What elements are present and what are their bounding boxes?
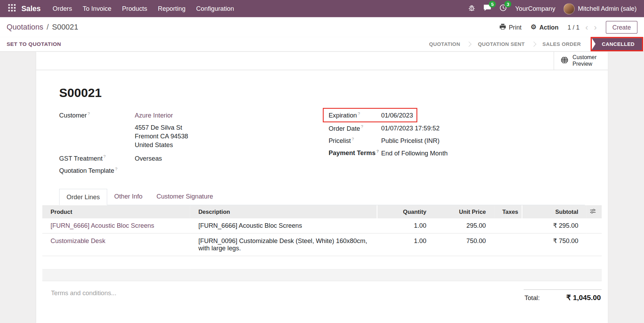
menu-to-invoice[interactable]: To Invoice	[77, 0, 117, 17]
customer-label: Customer?	[59, 111, 135, 119]
order-date-label: Order Date?	[328, 124, 381, 132]
app-name[interactable]: Sales	[21, 4, 41, 13]
control-panel: Quotations / S00021 Print ⚙ Action 1 / 1…	[0, 17, 644, 37]
product-link[interactable]: Customizable Desk	[50, 237, 105, 244]
stage-sales-order[interactable]: SALES ORDER	[536, 41, 587, 47]
printer-icon	[499, 23, 506, 31]
print-label: Print	[509, 24, 522, 31]
tab-other-info[interactable]: Other Info	[107, 189, 150, 205]
cell-unit-price: 750.00	[435, 233, 494, 256]
pricelist-value: Public Pricelist (INR)	[381, 137, 440, 145]
menu-reporting[interactable]: Reporting	[152, 0, 191, 17]
payment-terms-field: Payment Terms? End of Following Month	[328, 149, 522, 157]
apps-menu-button[interactable]	[5, 0, 19, 17]
menu-configuration[interactable]: Configuration	[191, 0, 239, 17]
control-panel-right: Print ⚙ Action 1 / 1 ‹ › Create	[499, 21, 637, 34]
order-lines-table: Product Description Quantity Unit Price …	[42, 205, 602, 270]
empty-row	[42, 256, 602, 269]
sliders-icon	[590, 209, 596, 216]
col-quantity[interactable]: Quantity	[377, 205, 435, 219]
total-value: ₹ 1,045.00	[566, 293, 601, 302]
stage-separator-icon	[467, 41, 472, 47]
avatar	[564, 3, 575, 14]
total-box: Total: ₹ 1,045.00	[524, 290, 602, 302]
col-taxes[interactable]: Taxes	[494, 205, 522, 219]
sheet-footer: Terms and conditions... Total: ₹ 1,045.0…	[51, 290, 602, 302]
breadcrumb-separator: /	[47, 23, 49, 32]
field-group-right: Expiration? 01/06/2023 Order Date? 01/07…	[328, 111, 522, 179]
globe-icon	[560, 56, 568, 65]
expiration-annotation-box: Expiration? 01/06/2023	[323, 108, 418, 122]
pager-prev-icon[interactable]: ‹	[585, 23, 588, 32]
address-line: 4557 De Silva St	[135, 124, 301, 132]
cell-taxes	[494, 233, 522, 256]
stage-separator-icon	[531, 41, 536, 47]
pricelist-field: Pricelist? Public Pricelist (INR)	[328, 137, 522, 145]
activities-button[interactable]: 3	[500, 4, 507, 13]
col-subtotal[interactable]: Subtotal	[522, 205, 586, 219]
record-title: S00021	[59, 86, 585, 100]
breadcrumb-current: S00021	[52, 23, 78, 32]
breadcrumb: Quotations / S00021	[7, 23, 78, 32]
print-button[interactable]: Print	[499, 23, 522, 31]
action-button[interactable]: ⚙ Action	[531, 24, 558, 31]
apps-grid-icon	[8, 4, 16, 13]
address-line: Fremont CA 94538	[135, 132, 301, 141]
menu-orders[interactable]: Orders	[47, 0, 78, 17]
gst-treatment-value: Overseas	[135, 155, 162, 162]
tab-order-lines[interactable]: Order Lines	[59, 189, 107, 205]
menu-products[interactable]: Products	[117, 0, 153, 17]
cell-quantity: 1.00	[377, 218, 435, 233]
stage-cancelled[interactable]: CANCELLED	[592, 38, 642, 50]
product-link[interactable]: [FURN_6666] Acoustic Bloc Screens	[50, 222, 154, 229]
field-group-left: Customer? Azure Interior 4557 De Silva S…	[59, 111, 301, 179]
pager: 1 / 1 ‹ ›	[567, 23, 597, 32]
messages-badge: 5	[489, 1, 496, 7]
user-name: Mitchell Admin (sale)	[578, 5, 637, 12]
viewport: Sales Orders To Invoice Products Reporti…	[0, 0, 644, 323]
customer-field: Customer? Azure Interior	[59, 111, 301, 119]
gst-treatment-label: GST Treatment?	[59, 154, 135, 162]
debug-button[interactable]	[468, 4, 475, 13]
user-menu[interactable]: Mitchell Admin (sale)	[564, 3, 637, 14]
help-marker: ?	[358, 111, 360, 116]
col-description[interactable]: Description	[190, 205, 377, 219]
address-line: United States	[135, 141, 301, 150]
customer-preview-button[interactable]: Customer Preview	[554, 52, 608, 70]
col-unit-price[interactable]: Unit Price	[435, 205, 494, 219]
gst-treatment-field: GST Treatment? Overseas	[59, 154, 301, 162]
terms-field[interactable]: Terms and conditions...	[51, 290, 116, 297]
create-button[interactable]: Create	[606, 21, 637, 34]
cell-quantity: 1.00	[377, 233, 435, 256]
cell-description: [FURN_0096] Customizable Desk (Steel, Wh…	[190, 233, 377, 256]
help-marker: ?	[88, 111, 90, 116]
pager-value: 1 / 1	[567, 24, 579, 31]
field-groups: Customer? Azure Interior 4557 De Silva S…	[59, 111, 585, 179]
top-nav: Sales Orders To Invoice Products Reporti…	[0, 0, 644, 17]
expiration-label: Expiration?	[328, 111, 381, 119]
table-row[interactable]: [FURN_6666] Acoustic Bloc Screens [FURN_…	[42, 218, 602, 233]
table-header-row: Product Description Quantity Unit Price …	[42, 205, 602, 219]
help-marker: ?	[352, 137, 354, 141]
form-sheet: Customer Preview S00021 Customer? Azure …	[36, 52, 608, 323]
messages-button[interactable]: 5	[484, 4, 491, 13]
optional-columns-button[interactable]	[587, 205, 602, 219]
table-row[interactable]: Customizable Desk [FURN_0096] Customizab…	[42, 233, 602, 256]
list-footer-band	[42, 270, 602, 281]
company-switcher[interactable]: YourCompany	[515, 5, 555, 12]
set-to-quotation-button[interactable]: SET TO QUOTATION	[7, 41, 61, 47]
payment-terms-label: Payment Terms?	[328, 149, 381, 157]
help-marker: ?	[115, 167, 118, 171]
tab-customer-signature[interactable]: Customer Signature	[150, 189, 220, 205]
col-product[interactable]: Product	[42, 205, 190, 219]
order-date-value: 01/07/2023 17:59:52	[381, 125, 440, 132]
breadcrumb-quotations[interactable]: Quotations	[7, 23, 43, 32]
total-label: Total:	[524, 294, 540, 302]
notebook-tabs: Order Lines Other Info Customer Signatur…	[59, 189, 585, 205]
stage-quotation-sent[interactable]: QUOTATION SENT	[471, 41, 532, 47]
quotation-template-field[interactable]: Quotation Template?	[59, 167, 301, 175]
pager-next-icon[interactable]: ›	[594, 23, 597, 32]
stage-quotation[interactable]: QUOTATION	[422, 41, 467, 47]
activities-badge: 3	[504, 1, 511, 7]
customer-value[interactable]: Azure Interior	[135, 112, 173, 119]
